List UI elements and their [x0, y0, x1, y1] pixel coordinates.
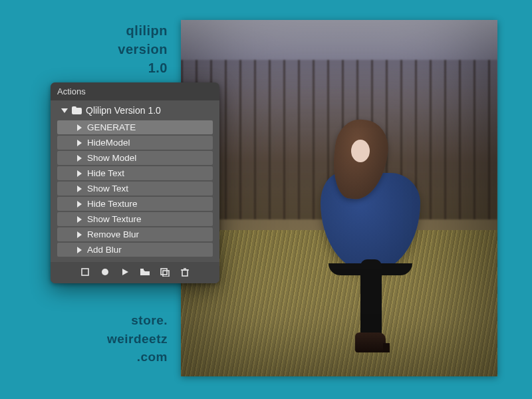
chevron-right-icon	[77, 247, 82, 253]
action-item[interactable]: Show Texture	[57, 212, 213, 226]
svg-rect-6	[182, 270, 188, 276]
trash-icon[interactable]	[180, 267, 190, 277]
store-url-block: store. weirdeetz .com	[0, 311, 168, 366]
chevron-right-icon	[77, 231, 82, 238]
folder-icon[interactable]	[140, 267, 150, 277]
product-version-number: 1.0	[0, 59, 168, 77]
svg-rect-0	[82, 269, 88, 275]
actions-tree: Qlilipn Version 1.0 GENERATEHideModelSho…	[51, 100, 219, 262]
chevron-right-icon	[77, 170, 82, 177]
svg-marker-2	[122, 269, 128, 275]
actions-item-list: GENERATEHideModelShow ModelHide TextShow…	[55, 118, 215, 259]
action-item[interactable]: Remove Blur	[57, 227, 213, 241]
product-title-block: qlilipn version 1.0	[0, 21, 168, 77]
chevron-right-icon	[77, 216, 82, 223]
actions-panel-title[interactable]: Actions	[51, 82, 219, 100]
svg-point-1	[102, 269, 108, 275]
chevron-right-icon	[77, 140, 82, 146]
actions-panel-footer	[51, 262, 219, 283]
actions-root-row[interactable]: Qlilipn Version 1.0	[55, 103, 215, 118]
action-item-label: Show Text	[87, 184, 128, 194]
store-url-line1: store.	[0, 311, 168, 330]
svg-rect-4	[161, 269, 167, 275]
chevron-right-icon	[77, 155, 82, 162]
action-item-label: Hide Texture	[87, 199, 138, 209]
chevron-right-icon	[77, 201, 82, 207]
chevron-down-icon	[61, 108, 68, 113]
chevron-right-icon	[77, 186, 82, 192]
action-item[interactable]: Show Text	[57, 182, 213, 196]
product-name: qlilipn	[0, 21, 168, 40]
preview-photo	[181, 20, 497, 376]
chevron-right-icon	[77, 124, 82, 131]
photo-subject	[314, 120, 427, 359]
actions-root-label: Qlilipn Version 1.0	[86, 105, 161, 116]
action-item-label: Show Texture	[87, 214, 142, 224]
action-item-label: Show Model	[87, 153, 136, 163]
action-item[interactable]: Hide Texture	[57, 197, 213, 211]
record-icon[interactable]	[100, 267, 110, 277]
play-icon[interactable]	[120, 267, 130, 277]
action-item[interactable]: Hide Text	[57, 166, 213, 180]
product-version-label: version	[0, 40, 168, 59]
action-item-label: Remove Blur	[87, 229, 139, 239]
action-item-label: Hide Text	[87, 168, 124, 178]
action-item[interactable]: Show Model	[57, 151, 213, 165]
action-item[interactable]: HideModel	[57, 136, 213, 150]
new-set-icon[interactable]	[160, 267, 170, 277]
action-item[interactable]: Add Blur	[57, 243, 213, 257]
action-item-label: Add Blur	[87, 245, 122, 255]
folder-icon	[72, 106, 82, 114]
actions-panel: Actions Qlilipn Version 1.0 GENERATEHide…	[51, 82, 219, 283]
action-item[interactable]: GENERATE	[57, 120, 213, 134]
svg-rect-5	[163, 271, 169, 277]
store-url-line2: weirdeetz	[0, 330, 168, 348]
svg-rect-3	[140, 269, 144, 271]
stop-icon[interactable]	[80, 267, 90, 277]
store-url-line3: .com	[0, 348, 168, 366]
action-item-label: GENERATE	[87, 122, 136, 132]
action-item-label: HideModel	[87, 138, 130, 148]
